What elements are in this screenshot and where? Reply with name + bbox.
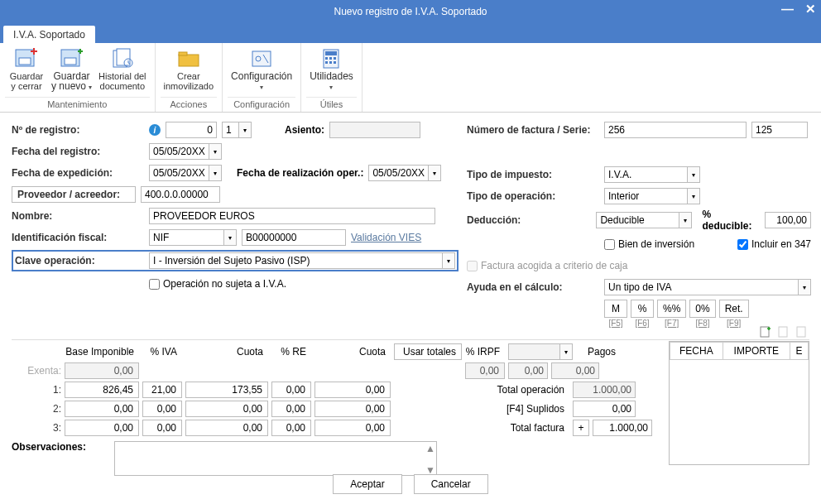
suplidos-value[interactable] [573, 401, 636, 417]
usar-totales-button[interactable]: Usar totales [394, 343, 462, 360]
pagos-col-importe[interactable]: IMPORTE [723, 343, 790, 360]
factura-caja-checkbox[interactable]: Factura acogida a criterio de caja [467, 260, 627, 271]
save-close-button[interactable]: Guardar y cerrar [5, 45, 48, 97]
numfact-serie-input[interactable] [751, 122, 808, 138]
pded-input[interactable] [765, 212, 811, 228]
nreg-serie-input[interactable] [222, 122, 238, 138]
chevron-down-icon[interactable]: ▾ [428, 165, 441, 181]
chevron-down-icon: ▾ [329, 84, 333, 91]
r2-base[interactable] [65, 401, 139, 417]
spin-up-icon[interactable]: ▲ [425, 443, 435, 454]
folder-icon [175, 47, 202, 70]
col-base: Base Imponible [65, 346, 139, 358]
svg-rect-15 [334, 57, 336, 60]
clave-input[interactable] [149, 252, 442, 269]
nreg-label: Nº de registro: [12, 124, 144, 136]
tipoop-input[interactable] [604, 188, 687, 204]
calc-ret-button[interactable]: Ret. [719, 300, 749, 318]
freg-input[interactable] [149, 143, 209, 160]
numfact-input[interactable] [604, 122, 747, 138]
save-new-button[interactable]: Guardar y nuevo ▾ [48, 45, 95, 97]
r3-piva[interactable] [142, 420, 182, 436]
r2-cuota[interactable] [185, 401, 268, 417]
irpf-c [551, 362, 599, 379]
pded-label: % deducible: [702, 209, 760, 232]
op-no-sujeta-checkbox[interactable]: Operación no sujeta a I.V.A. [149, 278, 286, 290]
ded-input[interactable] [596, 212, 679, 228]
r1-cuotare[interactable] [314, 382, 391, 398]
idfisc-num-input[interactable] [242, 229, 346, 246]
nombre-input[interactable] [149, 208, 435, 224]
idfisc-tipo-input[interactable] [149, 229, 223, 246]
chevron-down-icon[interactable]: ▾ [238, 122, 252, 138]
chevron-down-icon[interactable]: ▾ [687, 166, 700, 183]
irpf-type-input[interactable] [508, 343, 559, 360]
vies-link[interactable]: Validación VIES [351, 232, 421, 243]
clave-label: Clave operación: [15, 255, 144, 266]
chevron-down-icon[interactable]: ▾ [687, 188, 700, 204]
pago-edit-button[interactable] [776, 324, 791, 339]
totalfact-plus-button[interactable]: + [573, 420, 589, 436]
r2-pre[interactable] [271, 401, 311, 417]
svg-rect-20 [779, 327, 787, 337]
prov-label[interactable]: Proveedor / acreedor: [12, 186, 136, 203]
r1-piva[interactable] [142, 382, 182, 398]
fexp-input[interactable] [149, 165, 209, 181]
chevron-down-icon[interactable]: ▾ [209, 165, 222, 181]
r1-pre[interactable] [271, 382, 311, 398]
incluir-347-checkbox[interactable]: Incluir en 347 [737, 238, 811, 250]
r3-cuota[interactable] [185, 420, 268, 436]
chevron-down-icon[interactable]: ▾ [209, 143, 222, 160]
obs-textarea[interactable] [114, 441, 437, 476]
aceptar-button[interactable]: Aceptar [333, 474, 401, 494]
svg-rect-18 [334, 61, 336, 64]
group-acciones-label: Acciones [161, 97, 218, 112]
calc-m-button[interactable]: M [604, 300, 627, 318]
tab-iva-soportado[interactable]: I.V.A. Soportado [3, 26, 95, 43]
totalfact-value[interactable] [593, 420, 652, 436]
chevron-down-icon[interactable]: ▾ [223, 229, 237, 246]
r1-cuota[interactable] [185, 382, 268, 398]
pagos-col-fecha[interactable]: FECHA [670, 343, 723, 360]
col-cuotare: Cuota [314, 346, 391, 358]
r3-base[interactable] [65, 420, 139, 436]
chevron-down-icon[interactable]: ▾ [559, 343, 573, 360]
calc-percent2-button[interactable]: %% [657, 300, 686, 318]
prov-input[interactable] [141, 186, 220, 203]
close-button[interactable]: ✕ [805, 2, 816, 17]
crear-inmovilizado-button[interactable]: Crear inmovilizado [161, 45, 218, 97]
chevron-down-icon[interactable]: ▾ [798, 279, 811, 295]
r1-base[interactable] [65, 382, 139, 398]
pago-delete-button[interactable] [795, 324, 809, 339]
minimize-button[interactable]: — [781, 2, 794, 17]
bien-inversion-checkbox[interactable]: Bien de inversión [604, 238, 694, 250]
svg-rect-17 [329, 61, 332, 64]
pagos-col-e[interactable]: E [790, 343, 809, 360]
configuracion-button[interactable]: Configuración▾ [228, 45, 295, 97]
freal-label: Fecha de realización oper.: [237, 167, 363, 179]
r3-cuotare[interactable] [314, 420, 391, 436]
calc-zero-button[interactable]: 0% [689, 300, 715, 318]
calc-percent-button[interactable]: % [631, 300, 654, 318]
document-history-button[interactable]: Historial del documento [95, 45, 149, 97]
tipoop-label: Tipo de operación: [467, 190, 599, 202]
freal-input[interactable] [368, 165, 428, 181]
tipoimp-input[interactable] [604, 166, 687, 183]
svg-rect-21 [797, 327, 805, 337]
chevron-down-icon[interactable]: ▾ [442, 252, 455, 269]
r3-pre[interactable] [271, 420, 311, 436]
r2-cuotare[interactable] [314, 401, 391, 417]
asiento-input [329, 122, 420, 138]
svg-rect-14 [329, 57, 332, 60]
freg-label: Fecha del registro: [12, 146, 144, 157]
nreg-input[interactable] [166, 122, 217, 138]
utilidades-button[interactable]: Utilidades▾ [306, 45, 357, 97]
info-icon[interactable]: i [149, 124, 161, 136]
ayuda-input[interactable] [604, 279, 798, 295]
asiento-label: Asiento: [285, 124, 324, 136]
pago-add-button[interactable] [758, 324, 773, 339]
r2-piva[interactable] [142, 401, 182, 417]
fexp-label: Fecha de expedición: [12, 167, 144, 179]
cancelar-button[interactable]: Cancelar [414, 474, 488, 494]
chevron-down-icon[interactable]: ▾ [679, 212, 692, 228]
